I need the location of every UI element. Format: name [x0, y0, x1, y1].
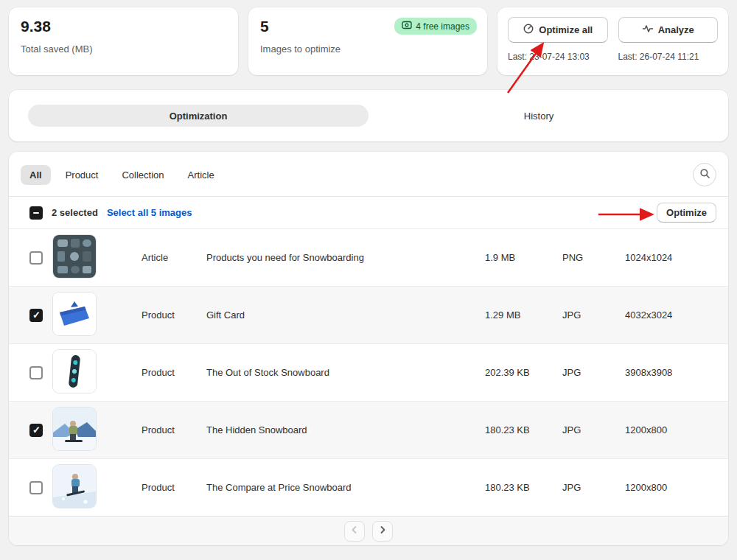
tab-optimization[interactable]: Optimization: [28, 105, 368, 127]
thumbnail-snowboarding-gear-collage: [53, 235, 96, 278]
tab-history[interactable]: History: [368, 105, 709, 127]
table-row[interactable]: Product The Compare at Price Snowboard 1…: [9, 458, 728, 516]
row-size: 202.39 KB: [485, 367, 562, 378]
image-list-card: All Product Collection Article 2 selecte…: [9, 152, 728, 545]
row-category: Article: [142, 252, 206, 263]
select-all-link[interactable]: Select all 5 images: [107, 207, 192, 218]
row-dimensions: 1200x800: [625, 424, 716, 435]
tab-history-label: History: [524, 111, 553, 122]
optimize-all-button[interactable]: Optimize all: [508, 17, 608, 43]
row-category: Product: [142, 309, 206, 321]
chevron-left-icon: [350, 525, 359, 536]
total-saved-value: 9.38: [21, 18, 226, 35]
row-size: 1.29 MB: [485, 309, 562, 321]
row-size: 1.9 MB: [485, 252, 562, 263]
row-dimensions: 1200x800: [625, 482, 716, 493]
row-format: JPG: [562, 482, 625, 493]
row-dimensions: 1024x1024: [625, 252, 716, 263]
image-optimizer-page: 9.38 Total saved (MB) 5 Images to optimi…: [0, 0, 737, 560]
stat-card-images-to-optimize: 5 Images to optimize 4 free images: [248, 7, 487, 75]
row-size: 180.23 KB: [485, 424, 562, 435]
chevron-right-icon: [378, 525, 387, 536]
optimize-all-column: Optimize all Last: 23-07-24 13:03: [508, 17, 608, 66]
filter-tab-product[interactable]: Product: [57, 165, 108, 185]
thumbnail-snowboarder-jump: [53, 465, 96, 508]
free-images-badge-label: 4 free images: [416, 21, 469, 32]
next-page-button[interactable]: [372, 521, 393, 542]
selected-count: 2 selected: [52, 207, 98, 218]
row-title: The Out of Stock Snowboard: [206, 367, 485, 378]
row-checkbox[interactable]: [29, 309, 43, 322]
stats-row: 9.38 Total saved (MB) 5 Images to optimi…: [0, 0, 737, 75]
search-button[interactable]: [693, 163, 716, 186]
row-category: Product: [142, 367, 206, 378]
row-dimensions: 4032x3024: [625, 309, 716, 321]
analyze-button[interactable]: Analyze: [618, 17, 719, 43]
optimize-all-label: Optimize all: [539, 24, 593, 35]
stat-card-total-saved: 9.38 Total saved (MB): [9, 7, 238, 75]
optimize-all-last-run: Last: 23-07-24 13:03: [508, 52, 590, 62]
table-row[interactable]: Article Products you need for Snowboardi…: [9, 228, 728, 286]
row-title: The Compare at Price Snowboard: [206, 482, 485, 493]
row-size: 180.23 KB: [485, 482, 562, 493]
main-tabs: Optimization History: [9, 90, 728, 141]
row-checkbox[interactable]: [29, 366, 43, 379]
row-checkbox[interactable]: [29, 251, 43, 265]
filter-tab-all[interactable]: All: [21, 165, 51, 185]
total-saved-label: Total saved (MB): [21, 43, 226, 55]
row-title: The Hidden Snowboard: [206, 424, 485, 435]
row-checkbox[interactable]: [29, 424, 43, 437]
filter-tabs: All Product Collection Article: [21, 165, 223, 185]
row-format: JPG: [562, 424, 625, 435]
images-to-optimize-label: Images to optimize: [260, 43, 475, 55]
table-row[interactable]: Product The Hidden Snowboard 180.23 KB J…: [9, 401, 728, 458]
optimize-selected-button[interactable]: Optimize: [657, 203, 716, 223]
selection-header: 2 selected Select all 5 images Optimize: [9, 196, 728, 228]
optimize-selected-label: Optimize: [666, 207, 707, 218]
thumbnail-snowboard: [53, 350, 96, 393]
analyze-label: Analyze: [658, 24, 694, 35]
filter-tab-article[interactable]: Article: [179, 165, 223, 185]
row-category: Product: [142, 482, 206, 493]
row-checkbox[interactable]: [29, 481, 43, 494]
table-row[interactable]: Product The Out of Stock Snowboard 202.3…: [9, 343, 728, 401]
row-format: JPG: [562, 367, 625, 378]
thumbnail-gift-card: [53, 293, 96, 335]
tab-optimization-label: Optimization: [170, 111, 228, 122]
row-format: PNG: [562, 252, 625, 263]
row-category: Product: [142, 424, 206, 435]
cash-icon: [402, 21, 412, 32]
filter-row: All Product Collection Article: [9, 152, 728, 196]
row-format: JPG: [562, 309, 625, 321]
analyze-column: Analyze Last: 26-07-24 11:21: [618, 17, 719, 66]
select-all-checkbox[interactable]: [29, 206, 43, 220]
gauge-icon: [523, 23, 534, 37]
actions-card: Optimize all Last: 23-07-24 13:03 Analyz…: [497, 7, 728, 75]
row-title: Products you need for Snowboarding: [206, 252, 485, 263]
filter-tab-collection[interactable]: Collection: [113, 165, 172, 185]
table-row[interactable]: Product Gift Card 1.29 MB JPG 4032x3024: [9, 286, 728, 343]
thumbnail-snowboarder-scene: [53, 407, 96, 450]
search-icon: [699, 168, 710, 181]
free-images-badge: 4 free images: [394, 18, 477, 35]
prev-page-button[interactable]: [344, 521, 365, 542]
row-title: Gift Card: [206, 309, 485, 321]
analyze-last-run: Last: 26-07-24 11:21: [618, 52, 699, 62]
row-dimensions: 3908x3908: [625, 367, 716, 378]
pulse-icon: [642, 23, 654, 37]
pagination: [9, 516, 728, 545]
